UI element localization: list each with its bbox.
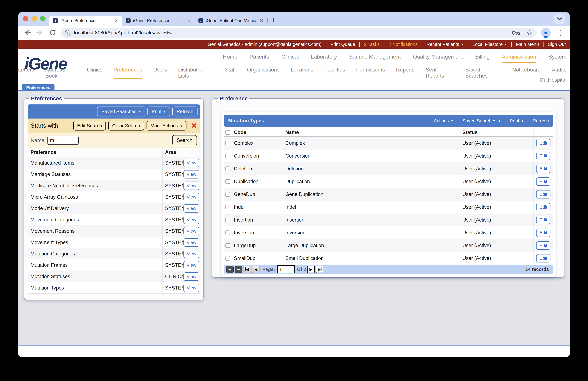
site-info-icon[interactable]: i <box>65 30 70 36</box>
prev-page-button[interactable]: ◀ <box>252 266 259 273</box>
subnav-saved-searches[interactable]: Saved Searches <box>465 67 501 79</box>
refresh-link[interactable]: Refresh <box>533 118 549 123</box>
nav-home[interactable]: Home <box>223 54 237 63</box>
subnav-staff[interactable]: Staff <box>225 67 236 79</box>
view-button[interactable]: View <box>183 250 199 258</box>
bookmark-star-icon[interactable]: ☆ <box>526 30 533 36</box>
zoom-window-button[interactable] <box>40 16 45 22</box>
close-window-button[interactable] <box>23 16 28 22</box>
row-checkbox[interactable] <box>226 166 230 171</box>
view-button[interactable]: View <box>183 159 199 167</box>
view-button[interactable]: View <box>183 261 199 269</box>
close-tab-icon[interactable]: ✕ <box>260 18 263 23</box>
profile-avatar[interactable] <box>541 28 551 38</box>
close-tab-icon[interactable]: ✕ <box>187 18 191 23</box>
browser-tab-3[interactable]: i iGene: Patient:Ono Michio ✕ <box>195 16 267 26</box>
edit-button[interactable]: Edit <box>536 190 550 199</box>
subnav-distribution-lists[interactable]: Distribution Lists <box>178 67 214 79</box>
new-tab-button[interactable]: + <box>272 17 275 23</box>
subnav-noticeboard[interactable]: Noticeboard <box>512 67 541 79</box>
expand-all-button[interactable]: + <box>226 266 234 273</box>
actions-menu[interactable]: Actions <box>434 118 453 123</box>
tab-search-chevron-button[interactable] <box>554 14 565 24</box>
browser-menu-icon[interactable]: ⋮ <box>557 29 564 37</box>
nav-patients[interactable]: Patients <box>250 54 269 63</box>
edit-button[interactable]: Edit <box>536 216 550 224</box>
row-checkbox[interactable] <box>226 154 230 158</box>
print-button[interactable]: Print <box>147 107 170 116</box>
row-checkbox[interactable] <box>226 218 230 222</box>
view-button[interactable]: View <box>183 227 199 235</box>
nav-laboratory[interactable]: Laboratory <box>311 54 337 63</box>
nav-quality-management[interactable]: Quality Management <box>413 54 463 63</box>
forward-icon[interactable] <box>36 30 44 36</box>
subnav-sent-reports[interactable]: Sent Reports <box>426 67 454 79</box>
print-queue-link[interactable]: Print Queue <box>321 42 355 47</box>
view-button[interactable]: View <box>183 181 199 190</box>
tasks-link[interactable]: 2 Tasks <box>355 42 380 47</box>
main-menu-link[interactable]: Main Menu <box>507 42 539 47</box>
row-checkbox[interactable] <box>226 192 230 197</box>
view-button[interactable]: View <box>183 238 199 247</box>
nav-clinical[interactable]: Clinical <box>281 54 299 63</box>
recent-patients-menu[interactable]: Recent Patients <box>418 42 464 47</box>
nav-sample-management[interactable]: Sample Management <box>349 54 401 63</box>
next-page-button[interactable]: ▶ <box>307 266 315 273</box>
collapse-all-button[interactable]: − <box>235 266 242 273</box>
view-button[interactable]: View <box>183 204 199 213</box>
page-input[interactable] <box>277 265 295 273</box>
subnav-clinics[interactable]: Clinics <box>87 67 103 79</box>
subnav-facilities[interactable]: Facilities <box>324 67 345 79</box>
close-tab-icon[interactable]: ✕ <box>114 18 118 23</box>
last-page-button[interactable]: ▶ <box>316 266 323 273</box>
back-icon[interactable] <box>23 30 31 36</box>
view-button[interactable]: View <box>183 170 199 179</box>
saved-searches-button[interactable]: Saved Searches <box>97 107 145 116</box>
subnav-reports[interactable]: Reports <box>396 67 415 79</box>
row-checkbox[interactable] <box>226 243 230 248</box>
search-button[interactable]: Search <box>172 135 197 145</box>
row-checkbox[interactable] <box>226 230 230 235</box>
view-button[interactable]: View <box>183 272 199 281</box>
row-checkbox[interactable] <box>226 256 230 261</box>
local-filestore-menu[interactable]: Local Filestore <box>464 42 507 47</box>
name-input[interactable] <box>47 136 79 145</box>
view-button[interactable]: View <box>183 216 199 224</box>
edit-button[interactable]: Edit <box>536 139 550 147</box>
reload-icon[interactable] <box>49 29 56 36</box>
nav-system[interactable]: System <box>548 54 567 63</box>
edit-button[interactable]: Edit <box>536 203 550 211</box>
edit-button[interactable]: Edit <box>536 254 550 263</box>
subnav-preferences[interactable]: Preferences <box>114 67 142 79</box>
subnav-organisations[interactable]: Organisations <box>247 67 280 79</box>
tab-preferences[interactable]: Preferences <box>22 84 55 90</box>
ou-hospital-link[interactable]: Hospital <box>548 77 567 83</box>
edit-search-button[interactable]: Edit Search <box>73 121 106 131</box>
url-text[interactable]: localhost:8080/App/App.html?locale=sv_SE… <box>74 30 512 36</box>
first-page-button[interactable]: ◀ <box>244 266 251 273</box>
password-key-icon[interactable] <box>512 30 520 36</box>
select-all-checkbox[interactable] <box>226 130 230 135</box>
nav-billing[interactable]: Billing <box>475 54 490 63</box>
saved-searches-menu[interactable]: Saved Searches <box>462 118 501 123</box>
clear-search-button[interactable]: Clear Search <box>108 121 144 131</box>
more-actions-button[interactable]: More Actions <box>147 121 187 131</box>
subnav-locations[interactable]: Locations <box>291 67 313 79</box>
edit-button[interactable]: Edit <box>536 165 550 173</box>
notifications-link[interactable]: 2 Notifications <box>380 42 418 47</box>
nav-administration[interactable]: Administration <box>502 54 536 63</box>
refresh-button[interactable]: Refresh <box>172 107 197 116</box>
browser-tab-1[interactable]: i iGene: Preferences ✕ <box>49 16 122 26</box>
row-checkbox[interactable] <box>226 141 230 145</box>
subnav-permissions[interactable]: Permissions <box>356 67 385 79</box>
view-button[interactable]: View <box>183 193 199 201</box>
subnav-letters[interactable]: Letters <box>18 67 34 79</box>
sign-out-link[interactable]: Sign Out <box>539 42 566 47</box>
view-button[interactable]: View <box>183 284 199 292</box>
address-bar[interactable]: i localhost:8080/App/App.html?locale=sv_… <box>61 28 537 38</box>
row-checkbox[interactable] <box>226 179 230 184</box>
edit-button[interactable]: Edit <box>536 228 550 237</box>
subnav-address-book[interactable]: Address Book <box>45 67 76 79</box>
edit-button[interactable]: Edit <box>536 177 550 186</box>
minimize-window-button[interactable] <box>31 16 37 22</box>
